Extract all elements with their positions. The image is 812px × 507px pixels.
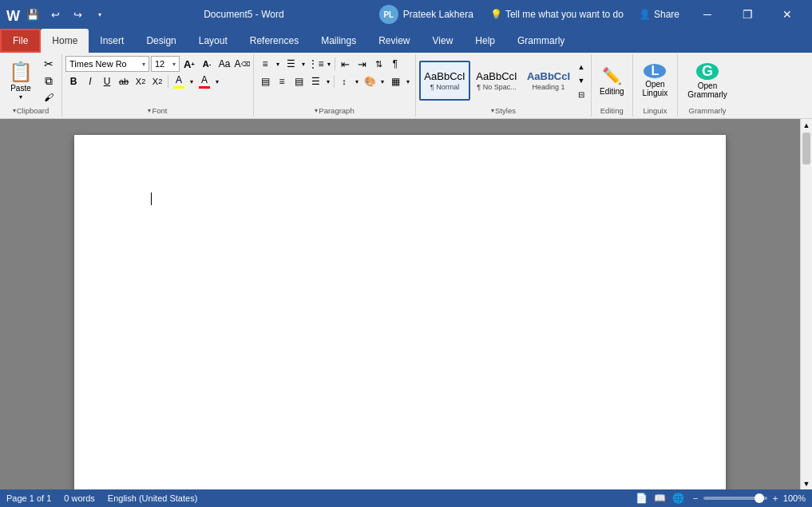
tab-insert[interactable]: Insert — [89, 29, 135, 53]
numbering-button[interactable]: ☰ — [283, 56, 299, 72]
line-spacing-button[interactable]: ↕ — [336, 73, 352, 89]
paste-button[interactable]: 📋 Paste ▾ — [3, 61, 38, 100]
borders-button[interactable]: ▦ — [387, 73, 403, 89]
status-bar-right: 📄 📖 🌐 － ＋ 100% — [636, 492, 806, 505]
zoom-slider[interactable] — [703, 497, 767, 500]
share-icon: 👤 — [639, 9, 651, 20]
shading-button[interactable]: 🎨 — [362, 73, 378, 89]
highlight-dropdown-button[interactable]: ▾ — [188, 73, 196, 89]
bold-button[interactable]: B — [65, 73, 81, 89]
scroll-down-button[interactable]: ▼ — [801, 477, 813, 489]
underline-button[interactable]: U — [99, 73, 115, 89]
styles-scroll-down[interactable]: ▼ — [575, 74, 588, 87]
group-paragraph: ≡ ▾ ☰ ▾ ⋮≡ ▾ ⇤ ⇥ ⇅ ¶ ▤ — [254, 54, 416, 117]
document-container[interactable] — [0, 119, 800, 489]
multilevel-button[interactable]: ⋮≡ — [308, 56, 324, 72]
align-center-button[interactable]: ≡ — [274, 73, 290, 89]
tab-mailings[interactable]: Mailings — [310, 29, 367, 53]
word-icon: W — [6, 8, 19, 21]
line-spacing-dropdown-button[interactable]: ▾ — [353, 73, 361, 89]
paragraph-expand-icon[interactable]: ▾ — [315, 107, 318, 114]
numbering-dropdown-button[interactable]: ▾ — [299, 56, 307, 72]
font-color-dropdown-button[interactable]: ▾ — [213, 73, 221, 89]
tell-me-button[interactable]: 💡 Tell me what you want to do — [485, 6, 629, 22]
tell-me-label: Tell me what you want to do — [505, 9, 624, 20]
close-button[interactable]: ✕ — [769, 0, 806, 29]
save-button[interactable]: 💾 — [24, 6, 42, 23]
font-grow-button[interactable]: A+ — [181, 56, 197, 72]
ribbon-container: 📋 Paste ▾ ✂ ⧉ 🖌 ▾ Clipboard — [0, 53, 812, 119]
font-expand-icon[interactable]: ▾ — [148, 107, 151, 114]
user-name: Prateek Lakhera — [403, 9, 473, 20]
user-avatar[interactable]: PL — [379, 5, 398, 24]
align-left-button[interactable]: ▤ — [257, 73, 273, 89]
minimize-button[interactable]: ─ — [689, 0, 726, 29]
tab-design[interactable]: Design — [135, 29, 187, 53]
editing-button[interactable]: ✏️ Editing — [595, 61, 629, 101]
increase-indent-button[interactable]: ⇥ — [354, 56, 370, 72]
title-bar-left: W 💾 ↩ ↪ ▾ — [6, 6, 109, 23]
tab-grammarly[interactable]: Grammarly — [506, 29, 576, 53]
scroll-thumb[interactable] — [802, 133, 810, 164]
decrease-indent-button[interactable]: ⇤ — [337, 56, 353, 72]
sort-button[interactable]: ⇅ — [370, 56, 386, 72]
title-bar-right: PL Prateek Lakhera 💡 Tell me what you wa… — [379, 0, 806, 29]
align-dropdown-button[interactable]: ▾ — [324, 73, 332, 89]
italic-button[interactable]: I — [82, 73, 98, 89]
redo-button[interactable]: ↪ — [69, 6, 86, 23]
zoom-in-button[interactable]: ＋ — [770, 492, 780, 505]
tab-file[interactable]: File — [0, 29, 41, 53]
styles-expand-button[interactable]: ⊟ — [575, 88, 588, 101]
read-mode-button[interactable]: 📖 — [654, 493, 666, 504]
superscript-button[interactable]: X2 — [149, 73, 165, 89]
scroll-track[interactable] — [801, 131, 812, 477]
undo-button[interactable]: ↩ — [46, 6, 64, 23]
style-normal[interactable]: AaBbCcI ¶ Normal — [419, 61, 470, 101]
restore-button[interactable]: ❐ — [729, 0, 766, 29]
text-highlight-button[interactable]: A — [171, 73, 187, 89]
strikethrough-button[interactable]: ab — [116, 73, 132, 89]
tab-review[interactable]: Review — [367, 29, 421, 53]
zoom-thumb[interactable] — [755, 493, 764, 503]
web-layout-button[interactable]: 🌐 — [672, 493, 684, 504]
style-heading1[interactable]: AaBbCcI Heading 1 — [523, 61, 574, 101]
tab-view[interactable]: View — [422, 29, 465, 53]
open-linguix-button[interactable]: L OpenLinguix — [636, 61, 675, 101]
clear-formatting-button[interactable]: A⌫ — [234, 56, 250, 72]
share-button[interactable]: 👤 Share — [632, 6, 686, 22]
subscript-button[interactable]: X2 — [133, 73, 149, 89]
tab-help[interactable]: Help — [464, 29, 506, 53]
tab-home[interactable]: Home — [41, 29, 89, 53]
clipboard-expand-icon[interactable]: ▾ — [13, 107, 16, 114]
font-shrink-button[interactable]: A- — [199, 56, 215, 72]
document-page[interactable] — [74, 135, 726, 489]
font-size-select[interactable]: 12 ▾ — [151, 56, 180, 72]
font-color-button[interactable]: A — [196, 73, 212, 89]
borders-dropdown-button[interactable]: ▾ — [404, 73, 412, 89]
change-case-button[interactable]: Aa — [216, 56, 232, 72]
justify-button[interactable]: ☰ — [307, 73, 323, 89]
font-name-select[interactable]: Times New Ro ▾ — [65, 56, 149, 72]
styles-expand-icon[interactable]: ▾ — [491, 107, 494, 114]
vertical-scrollbar[interactable]: ▲ ▼ — [800, 119, 812, 489]
show-hide-button[interactable]: ¶ — [387, 56, 403, 72]
layout-mode-button[interactable]: 📄 — [636, 493, 648, 504]
tab-references[interactable]: References — [239, 29, 310, 53]
bullets-button[interactable]: ≡ — [257, 56, 273, 72]
styles-scroll-up[interactable]: ▲ — [575, 61, 588, 73]
multilevel-dropdown-button[interactable]: ▾ — [325, 56, 333, 72]
paste-icon: 📋 — [9, 61, 33, 83]
align-right-button[interactable]: ▤ — [291, 73, 307, 89]
tab-layout[interactable]: Layout — [188, 29, 239, 53]
shading-dropdown-button[interactable]: ▾ — [378, 73, 386, 89]
qat-dropdown-button[interactable]: ▾ — [91, 6, 109, 23]
open-grammarly-button[interactable]: G OpenGrammarly — [681, 61, 733, 101]
style-no-spacing[interactable]: AaBbCcI ¶ No Spac... — [471, 61, 522, 101]
zoom-out-button[interactable]: － — [691, 492, 700, 505]
copy-button[interactable]: ⧉ — [39, 73, 58, 89]
format-painter-button[interactable]: 🖌 — [39, 89, 58, 105]
styles-label: ▾ Styles — [418, 105, 589, 117]
bullets-dropdown-button[interactable]: ▾ — [274, 56, 282, 72]
scroll-up-button[interactable]: ▲ — [801, 119, 813, 131]
cut-button[interactable]: ✂ — [39, 56, 58, 72]
